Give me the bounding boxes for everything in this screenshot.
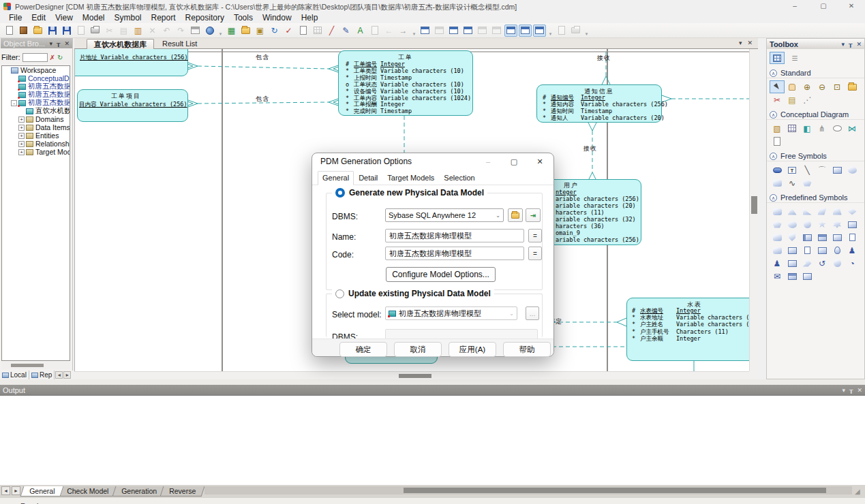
list-view-button[interactable]: ☰ [787, 52, 802, 64]
entity-工单[interactable]: 工单#工单编号Integer*工单类型Variable characters (… [338, 50, 473, 116]
tabs-scroll-left[interactable]: ◄ [1, 486, 10, 495]
rounded-rect-tool[interactable] [770, 205, 785, 218]
diamond-tool[interactable] [845, 205, 860, 218]
menu-report[interactable]: Report [147, 12, 181, 23]
configure-model-options-button[interactable]: Configure Model Options... [386, 267, 496, 282]
panel-tabs-left[interactable]: ◄ [55, 371, 63, 379]
collapse-icon[interactable]: ᴧ [770, 111, 777, 119]
pill-tool[interactable] [770, 163, 785, 176]
close-button[interactable]: ✕ [838, 0, 865, 12]
dialog-tab-general[interactable]: General [318, 171, 354, 185]
person-tool[interactable]: ♟ [845, 244, 860, 257]
matrix-button[interactable] [311, 25, 324, 37]
update-existing-radio[interactable] [335, 289, 344, 298]
right-triangle-tool[interactable] [800, 205, 815, 218]
tree-item-relationships[interactable]: +Relationships [2, 140, 70, 148]
vsplit-rect-tool[interactable] [800, 231, 815, 244]
document-tab-active[interactable]: 直饮水机数据库 [87, 39, 154, 49]
print2-button[interactable] [569, 25, 582, 37]
save-button[interactable] [46, 25, 59, 37]
tree-expander-icon[interactable]: + [18, 116, 25, 123]
triangle-tool[interactable] [785, 205, 800, 218]
tree-item-target-models[interactable]: +Target Models [2, 148, 70, 156]
output-tab-check-model[interactable]: Check Model [58, 486, 118, 497]
collapse-icon[interactable]: ᴧ [770, 69, 777, 77]
tree-expander-icon[interactable]: - [11, 100, 17, 106]
refresh-button[interactable]: ↻ [268, 25, 281, 37]
box3d-tool[interactable] [845, 218, 860, 231]
window-6-button[interactable] [490, 25, 503, 37]
menu-help[interactable]: Help [297, 12, 323, 23]
pattern-rect-tool[interactable] [785, 270, 800, 283]
toolbar-overflow-icon[interactable]: ▾ [547, 25, 553, 37]
filter-clear-icon[interactable]: ✗ [50, 54, 55, 61]
page-tool[interactable] [845, 231, 860, 244]
save-all-button[interactable] [60, 25, 73, 37]
dialog-close-button[interactable]: ✕ [530, 153, 550, 170]
brush-button[interactable]: ✎ [339, 25, 352, 37]
circle-tool[interactable] [800, 218, 815, 231]
import-dbms-button[interactable]: ⇥ [526, 208, 541, 222]
menu-symbol[interactable]: Symbol [110, 12, 147, 23]
menu-tools[interactable]: Tools [229, 12, 258, 23]
preview2-button[interactable] [555, 25, 568, 37]
object-browser-hscrollbar[interactable] [1, 362, 70, 369]
open-diagram-tool[interactable] [845, 80, 860, 93]
zoom-area-tool[interactable]: ⊡ [830, 80, 845, 93]
select-model-combo[interactable]: 初唐五杰数据库物理模型 ⌄ [385, 306, 517, 320]
browse-folder-button[interactable] [508, 208, 523, 222]
model-check-button[interactable]: ▣ [254, 25, 267, 37]
arc-tool[interactable]: ⌒ [815, 163, 830, 176]
pentagon-tool[interactable] [770, 218, 785, 231]
dialog-button-0[interactable]: 确定 [339, 342, 387, 357]
zoom-out-tool[interactable]: ⊖ [815, 80, 830, 93]
delete-tool[interactable]: ✂ [770, 93, 785, 106]
entity-水表[interactable]: 水表#水表编号Integer*水表地址Variable characters (… [626, 298, 749, 361]
cut-button[interactable]: ✂ [103, 25, 116, 37]
star6-tool[interactable] [830, 218, 845, 231]
page-setup-button[interactable] [368, 25, 381, 37]
refresh-icon[interactable]: ↻ [57, 54, 63, 61]
tree-item-data-items[interactable]: +Data Items [2, 123, 70, 131]
new-button[interactable] [3, 25, 16, 37]
output-hscrollbar[interactable] [204, 486, 852, 494]
canvas-vscrollbar[interactable] [749, 49, 758, 371]
entity-片地址(部分)[interactable]: 片地址 Variable characters (256) [74, 49, 188, 76]
back-button[interactable]: ← [382, 25, 395, 37]
menu-repository[interactable]: Repository [181, 12, 229, 23]
tree-expander-icon[interactable]: + [18, 125, 25, 131]
filter-input[interactable] [22, 53, 48, 62]
tree-expander-icon[interactable]: + [18, 133, 25, 139]
tree-item-domains[interactable]: +Domains [2, 115, 70, 123]
forward-button[interactable]: → [397, 25, 410, 37]
association-tool[interactable] [830, 122, 845, 135]
canvas-hscrollbar[interactable] [74, 371, 749, 379]
undo-button[interactable]: ↶ [160, 25, 173, 37]
report-button[interactable]: ▦ [225, 25, 238, 37]
zoom-in-tool[interactable]: ⊕ [800, 80, 815, 93]
name-equals-button[interactable]: = [528, 229, 542, 242]
toolbox-pin-icon[interactable]: ┰ [849, 41, 852, 48]
tree-expander-icon[interactable]: + [18, 141, 25, 147]
confirm-button[interactable]: ✓ [282, 25, 295, 37]
web-button[interactable] [203, 25, 216, 37]
window-3-button[interactable] [447, 25, 460, 37]
blank-button[interactable] [297, 25, 309, 37]
callout-tool[interactable] [770, 244, 785, 257]
toolbar-overflow-icon[interactable]: ▾ [217, 25, 224, 37]
pencil-button[interactable]: ╱ [325, 25, 338, 37]
splitter[interactable] [0, 379, 865, 385]
envelope-tool[interactable]: ✉ [770, 270, 785, 283]
more-models-button[interactable]: ... [526, 306, 539, 320]
chevron-tool[interactable] [800, 257, 815, 270]
tabs-scroll-right[interactable]: ► [12, 486, 20, 495]
entity-通知信息[interactable]: 通知信息#通知编号Integer*通知内容Variable characters… [536, 84, 662, 123]
polyline-tool[interactable]: ∿ [785, 176, 800, 189]
loop-arrow-tool[interactable]: ↺ [815, 257, 830, 270]
dialog-button-2[interactable]: 应用(A) [449, 342, 496, 357]
delete-button[interactable]: ✕ [146, 25, 159, 37]
redo-button[interactable]: ↷ [174, 25, 187, 37]
panel-tab-local[interactable]: Local [0, 371, 29, 379]
properties-tool[interactable]: ▤ [785, 93, 800, 106]
minimize-button[interactable]: – [781, 0, 808, 12]
